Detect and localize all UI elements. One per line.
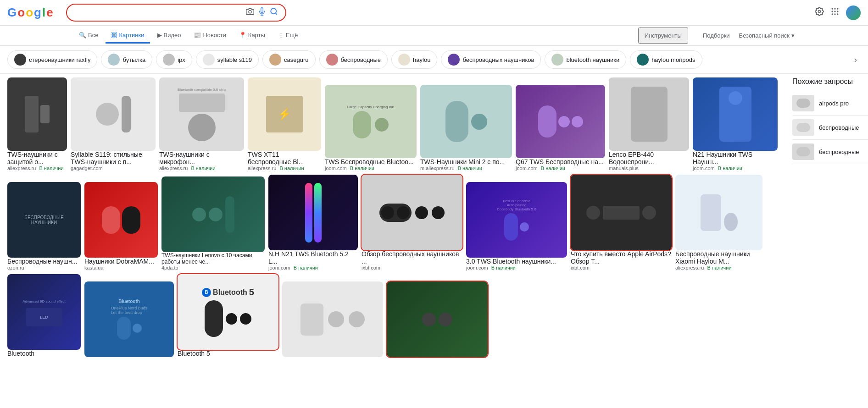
image-card-4[interactable]: ⚡ TWS XT11 беспроводные Bl... aliexpress… — [248, 77, 321, 171]
card-source: m.aliexpress.ru В наличии — [420, 165, 512, 171]
svg-point-12 — [832, 13, 833, 15]
card-title: TWS Беспроводные Bluetoo... — [325, 158, 417, 165]
image-card-1[interactable]: TWS-наушники с защитой о... aliexpress.r… — [7, 77, 67, 171]
safe-search-dropdown[interactable]: Безопасный поиск ▾ — [739, 32, 795, 39]
image-card-5[interactable]: Large Capacity Charging Bin TWS Беспрово… — [325, 85, 417, 171]
filter-chip-haylou-moripods[interactable]: haylou moripods — [630, 50, 702, 69]
tab-news[interactable]: 📰 Новости — [188, 28, 231, 44]
camera-search-button[interactable] — [246, 7, 254, 18]
filter-chip-bottle[interactable]: бутылка — [101, 50, 152, 69]
card-source: joom.com В наличии — [693, 165, 778, 171]
card-title: Q67 TWS Беспроводные на... — [516, 158, 605, 165]
header: Google наушники tws цилиндр защита от во… — [0, 0, 868, 26]
filter-chip-ipx[interactable]: ipx — [156, 50, 192, 69]
filter-chips-row: стереонаушники raxfly бутылка ipx syllab… — [0, 46, 868, 74]
svg-point-14 — [837, 13, 838, 15]
image-card-7[interactable]: Q67 TWS Беспроводные на... joom.com В на… — [516, 85, 605, 171]
tools-button[interactable]: Инструменты — [638, 28, 688, 44]
filter-chip-bluetooth[interactable]: bluetooth наушники — [545, 50, 626, 69]
tab-more[interactable]: ⋮ Ещё — [273, 28, 304, 44]
filter-chip-haylou[interactable]: haylou — [391, 50, 437, 69]
card-title: Обзор беспроводных наушников ... — [362, 250, 462, 265]
image-card-r2-4[interactable]: N.H N21 TWS Bluetooth 5.2 L... joom.com … — [268, 175, 358, 270]
maps-tab-icon: 📍 — [239, 32, 246, 39]
card-title: Bluetooth — [7, 350, 81, 357]
image-card-r3-3[interactable]: B Bluetooth 5 Bluetooth 5 — [178, 274, 278, 357]
svg-line-4 — [275, 13, 277, 14]
card-title: Что купить вместо Apple AirPods? Обзор Т… — [571, 250, 672, 265]
card-source: joom.com В наличии — [268, 265, 358, 270]
image-card-r3-4[interactable] — [282, 281, 383, 357]
svg-point-8 — [837, 8, 838, 10]
image-card-2[interactable]: Syllable S119: стильные TWS-наушники с п… — [71, 77, 156, 171]
search-input[interactable]: наушники tws цилиндр защита от воды — [74, 9, 242, 17]
filter-chip-syllable[interactable]: syllable s119 — [196, 50, 259, 69]
related-item-airpods[interactable]: airpods pro — [792, 91, 868, 116]
card-title: Bluetooth 5 — [178, 350, 278, 357]
image-card-r2-8[interactable]: Беспроводные наушники Xiaomi Haylou M...… — [675, 175, 762, 270]
video-tab-icon: ▶ — [157, 32, 162, 39]
image-card-r3-1[interactable]: Advanced 9D sound effect LED Bluetooth — [7, 274, 81, 357]
image-card-r2-6[interactable]: Best out of cableAuto pairingCool body B… — [466, 182, 567, 270]
filter-chip-wireless[interactable]: беспроводные — [319, 50, 388, 69]
filter-chip-wireless2[interactable]: беспроводных наушников — [441, 50, 541, 69]
filter-scroll-right-button[interactable]: › — [851, 55, 861, 65]
card-source: ozon.ru — [7, 265, 81, 270]
card-title: N.H N21 TWS Bluetooth 5.2 L... — [268, 250, 358, 265]
google-logo[interactable]: Google — [7, 6, 53, 20]
svg-point-3 — [271, 8, 276, 14]
card-title: Наушники DobraMAM... — [84, 258, 158, 265]
card-title: Lenco EPB-440 Водонепрони... — [609, 151, 689, 165]
related-title: Похожие запросы — [792, 77, 868, 86]
image-card-r3-5[interactable] — [387, 281, 488, 357]
image-tab-icon: 🖼 — [111, 32, 117, 39]
image-card-r2-5[interactable]: Обзор беспроводных наушников ... ixbt.co… — [362, 175, 462, 270]
svg-point-13 — [834, 13, 835, 15]
sidebar: Похожие запросы airpods pro беспроводные… — [785, 74, 868, 364]
card-title: TWS XT11 беспроводные Bl... — [248, 151, 321, 165]
card-title: TWS-Наушники Mini 2 с по... — [420, 158, 512, 165]
related-text: airpods pro — [819, 100, 849, 107]
image-card-r3-2[interactable]: Bluetooth OnePlus Nord BudsLet the beat … — [84, 281, 174, 357]
avatar[interactable] — [846, 6, 861, 20]
image-card-8[interactable]: Lenco EPB-440 Водонепрони... manuals.plu… — [609, 77, 689, 171]
news-tab-icon: 📰 — [194, 32, 201, 39]
svg-point-10 — [834, 11, 835, 12]
image-card-3[interactable]: Bluetooth compatible 5.0 chip TWS-наушни… — [159, 77, 244, 171]
card-source: aliexpress.ru В наличии — [7, 165, 67, 171]
card-title: Беспроводные наушники Xiaomi Haylou M... — [675, 250, 762, 265]
filter-chip-stereo[interactable]: стереонаушники raxfly — [7, 50, 97, 69]
image-card-r2-1[interactable]: БЕСПРОВОДНЫЕНАУШНИКИ Беспроводные наушн.… — [7, 182, 81, 270]
related-item-wireless2[interactable]: беспроводные — [792, 140, 868, 164]
card-source: joom.com В наличии — [466, 265, 567, 270]
tab-all[interactable]: 🔍 Все — [73, 28, 104, 44]
related-text: беспроводные — [819, 149, 859, 155]
card-source: joom.com В наличии — [325, 165, 417, 171]
image-card-6[interactable]: TWS-Наушники Mini 2 с по... m.aliexpress… — [420, 85, 512, 171]
related-item-wireless[interactable]: беспроводные — [792, 116, 868, 140]
card-source: ixbt.com — [571, 265, 672, 270]
image-card-r2-3[interactable]: TWS-наушники Lenovo с 10 часами работы м… — [161, 176, 265, 270]
svg-point-11 — [837, 11, 838, 12]
filter-chip-caseguru[interactable]: caseguru — [262, 50, 315, 69]
svg-point-6 — [832, 8, 833, 10]
card-title: Syllable S119: стильные TWS-наушники с п… — [71, 151, 156, 165]
tab-images[interactable]: 🖼 Картинки — [106, 28, 150, 44]
card-source: gagadget.com — [71, 165, 156, 171]
image-row-3: Advanced 9D sound effect LED Bluetooth B… — [7, 274, 778, 357]
search-button[interactable] — [270, 7, 278, 18]
card-title: TWS-наушники Lenovo с 10 часами работы м… — [161, 252, 265, 265]
podborki-link[interactable]: Подборки — [703, 32, 730, 39]
more-tab-icon: ⋮ — [278, 32, 284, 39]
apps-button[interactable] — [830, 7, 840, 18]
image-card-r2-7[interactable]: Что купить вместо Apple AirPods? Обзор Т… — [571, 175, 672, 270]
voice-search-button[interactable] — [258, 7, 266, 18]
image-card-9[interactable]: N21 Наушники TWS Наушн... joom.com В нал… — [693, 77, 778, 171]
search-bar[interactable]: наушники tws цилиндр защита от воды — [66, 4, 286, 22]
settings-button[interactable] — [815, 7, 824, 18]
card-source: ixbt.com — [362, 265, 462, 270]
tab-video[interactable]: ▶ Видео — [152, 28, 187, 44]
tab-maps[interactable]: 📍 Карты — [234, 28, 271, 44]
image-card-r2-2[interactable]: Наушники DobraMAM... kasta.ua — [84, 182, 158, 270]
svg-point-9 — [832, 11, 833, 12]
